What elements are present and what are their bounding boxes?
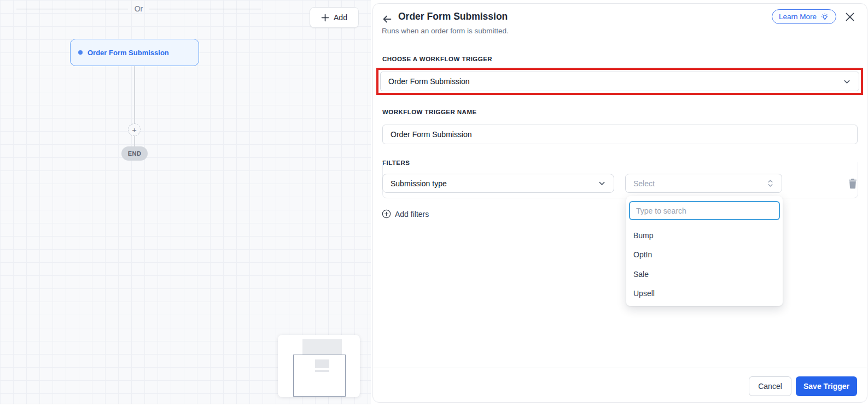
trigger-select-value: Order Form Submission: [388, 77, 470, 86]
add-button-label: Add: [334, 13, 347, 22]
minimap-offscreen-block: [302, 339, 342, 356]
plus-icon: +: [132, 126, 136, 134]
option-sale[interactable]: Sale: [626, 264, 783, 284]
add-filters-label: Add filters: [395, 210, 429, 219]
divider-line: [16, 9, 128, 9]
workflow-trigger-select[interactable]: Order Form Submission: [380, 72, 859, 91]
connector-line: [134, 135, 135, 147]
trash-icon[interactable]: [848, 178, 858, 189]
lightbulb-icon: [820, 13, 829, 21]
learn-more-label: Learn More: [779, 13, 817, 21]
canvas-minimap[interactable]: [278, 335, 360, 397]
option-upsell[interactable]: Upsell: [626, 284, 783, 304]
filter-value-select[interactable]: Select: [625, 174, 782, 193]
end-node: END: [121, 146, 148, 161]
branch-or-divider: Or: [0, 4, 279, 13]
minimap-viewport[interactable]: [293, 355, 346, 397]
add-step-button[interactable]: +: [128, 123, 141, 136]
learn-more-button[interactable]: Learn More: [772, 9, 836, 24]
filter-value-placeholder: Select: [633, 179, 655, 188]
cancel-button[interactable]: Cancel: [749, 376, 791, 396]
chevron-down-icon: [598, 179, 606, 187]
filters-label: FILTERS: [382, 160, 410, 166]
end-label: END: [128, 150, 142, 157]
add-filters-button[interactable]: Add filters: [382, 209, 429, 219]
footer-divider: [373, 368, 867, 368]
save-trigger-button[interactable]: Save Trigger: [796, 376, 857, 396]
chevron-up-down-icon: [767, 179, 774, 188]
filter-options-popover: Bump OptIn Sale Upsell: [626, 196, 783, 306]
option-list: Bump OptIn Sale Upsell: [626, 226, 783, 303]
connector-line: [134, 66, 135, 123]
filter-field-select[interactable]: Submission type: [382, 174, 614, 193]
workflow-node-order-form-submission[interactable]: Order Form Submission: [70, 39, 199, 66]
node-title: Order Form Submission: [88, 49, 169, 57]
option-optin[interactable]: OptIn: [626, 245, 783, 265]
workflow-trigger-screen: Or Add Order Form Submission + END: [0, 0, 868, 407]
option-search-input[interactable]: [629, 201, 780, 220]
add-branch-button[interactable]: Add: [310, 7, 359, 28]
drawer-subtitle: Runs when an order form is submitted.: [382, 27, 509, 35]
node-status-dot: [78, 50, 83, 55]
option-bump[interactable]: Bump: [626, 226, 783, 245]
trigger-name-input[interactable]: [382, 125, 858, 144]
chevron-down-icon: [843, 78, 851, 86]
choose-trigger-label: CHOOSE A WORKFLOW TRIGGER: [382, 56, 492, 62]
filter-field-value: Submission type: [391, 179, 447, 188]
minimap-node: [315, 359, 329, 368]
or-label: Or: [128, 4, 150, 13]
trigger-name-label: WORKFLOW TRIGGER NAME: [382, 109, 477, 115]
back-arrow-icon[interactable]: [381, 13, 393, 25]
circle-plus-icon: [382, 209, 391, 219]
annotation-highlight-box: Order Form Submission: [376, 68, 863, 95]
drawer-title: Order Form Submission: [398, 11, 508, 22]
close-icon[interactable]: [844, 11, 856, 23]
plus-icon: [321, 14, 329, 22]
workflow-canvas[interactable]: Or Add Order Form Submission + END: [0, 0, 371, 404]
trigger-settings-drawer: Order Form Submission Runs when an order…: [372, 3, 867, 403]
divider-line: [149, 9, 261, 9]
minimap-node-line: [315, 370, 329, 372]
